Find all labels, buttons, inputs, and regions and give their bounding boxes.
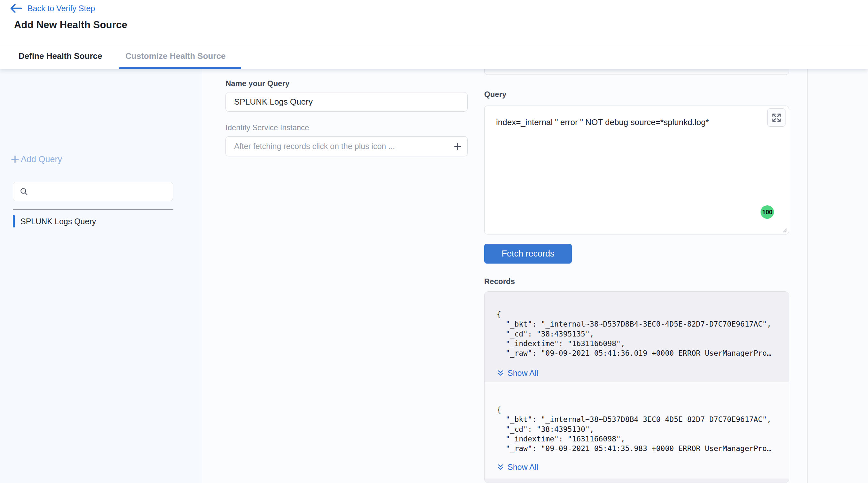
record-count-badge: 100 — [761, 205, 774, 219]
query-search-input[interactable] — [32, 185, 173, 198]
page-header: Back to Verify Step Add New Health Sourc… — [0, 0, 868, 44]
records-list: { "_bkt": "_internal~38~D537D8B4-3EC0-4D… — [484, 292, 789, 483]
content-right-divider — [807, 69, 808, 483]
show-all-label: Show All — [507, 462, 538, 472]
records-label: Records — [484, 277, 515, 286]
double-chevron-down-icon — [497, 463, 504, 471]
page-title: Add New Health Source — [14, 19, 127, 31]
arrows-out-icon — [771, 113, 782, 123]
back-to-verify-step-link[interactable]: Back to Verify Step — [9, 3, 95, 14]
fetch-records-button[interactable]: Fetch records — [484, 244, 572, 264]
name-your-query-label: Name your Query — [225, 79, 289, 88]
show-all-link[interactable]: Show All — [497, 368, 538, 378]
record-json: { "_bkt": "_internal~38~D537D8B4-3EC0-4D… — [497, 405, 771, 453]
record-row: { "_bkt": "_internal~38~D537D8B4-3EC0-4D… — [485, 292, 789, 382]
resize-handle[interactable] — [781, 227, 788, 233]
query-text[interactable]: index=_internal " error " NOT debug sour… — [496, 117, 765, 128]
query-name-input[interactable] — [226, 97, 467, 107]
wizard-tab-bar: Define Health Source Customize Health So… — [0, 44, 868, 69]
show-all-label: Show All — [507, 368, 538, 378]
show-all-link[interactable]: Show All — [497, 462, 538, 472]
back-arrow-icon — [9, 3, 22, 13]
service-instance-input[interactable] — [226, 142, 448, 151]
selected-indicator-bar — [13, 215, 15, 228]
add-query-button[interactable]: Add Query — [10, 154, 62, 164]
scrolled-field-clipped — [484, 69, 789, 75]
active-tab-underline — [119, 67, 241, 69]
tab-define-health-source[interactable]: Define Health Source — [19, 51, 102, 61]
record-row: { "_bkt": "_internal~38~D537D8B4-3EC0-4D… — [485, 382, 789, 479]
plus-icon — [453, 142, 462, 151]
query-search-box — [13, 182, 173, 201]
plus-icon — [10, 154, 20, 164]
tab-customize-health-source[interactable]: Customize Health Source — [125, 51, 226, 61]
query-item-label: SPLUNK Logs Query — [21, 217, 96, 226]
record-row — [485, 479, 789, 483]
double-chevron-down-icon — [497, 369, 504, 377]
query-sidebar: Add Query SPLUNK Logs Query — [0, 69, 202, 483]
add-health-source-page: Back to Verify Step Add New Health Sourc… — [0, 0, 868, 483]
back-link-label: Back to Verify Step — [28, 4, 95, 13]
record-json: { "_bkt": "_internal~38~D537D8B4-3EC0-4D… — [497, 310, 771, 358]
right-gutter — [808, 69, 868, 483]
query-editor[interactable]: index=_internal " error " NOT debug sour… — [484, 105, 789, 235]
service-instance-field — [225, 136, 468, 156]
query-label: Query — [484, 90, 506, 99]
query-name-field — [225, 92, 468, 112]
identify-service-instance-label: Identify Service Instance — [225, 123, 309, 132]
search-icon — [20, 187, 28, 196]
sidebar-item-splunk-logs-query[interactable]: SPLUNK Logs Query — [13, 215, 166, 228]
sidebar-divider — [13, 209, 173, 210]
service-instance-add-button[interactable] — [448, 137, 467, 156]
expand-query-button[interactable] — [767, 109, 785, 127]
add-query-label: Add Query — [21, 154, 62, 164]
partially-visible-input[interactable] — [484, 69, 789, 75]
